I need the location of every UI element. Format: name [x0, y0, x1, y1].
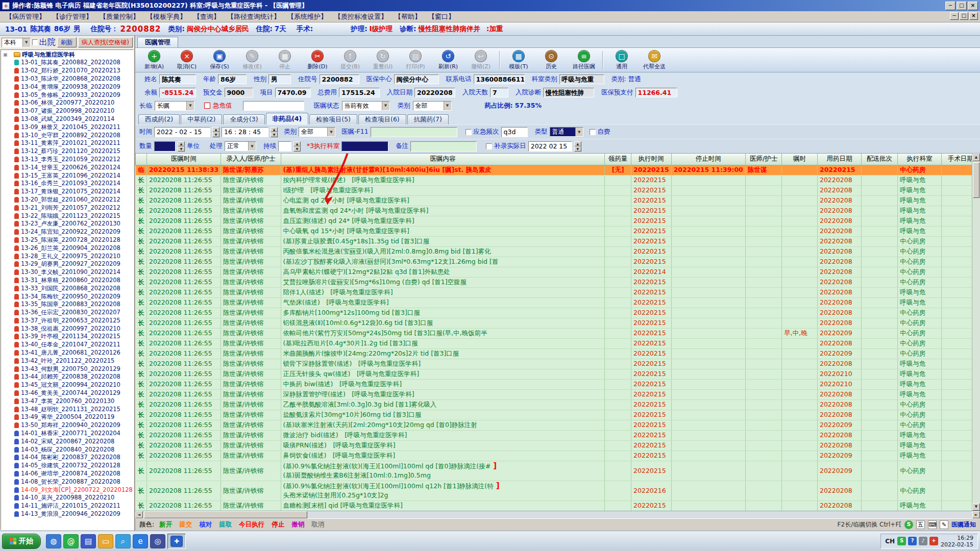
patient-list-item[interactable]: 13-31_林章精_2200860_20220208: [2, 277, 133, 285]
urgent-freq-checkbox[interactable]: [465, 129, 472, 135]
patient-list-item[interactable]: 13-40_任孝金_2201047_20220211: [2, 341, 133, 349]
order-row[interactable]: 长20220208 11:26:55陈世谋/许铁镕(基)呋塞米注射液(天药)[2…: [136, 420, 980, 430]
toolbar-button-rearrange[interactable]: ↻重整(U): [367, 50, 399, 70]
menu-item[interactable]: 【病历管理】: [2, 12, 49, 22]
orders-header-cell[interactable]: 停止时间: [671, 154, 745, 165]
patient-list-item[interactable]: 13-28_王礼义_2200975_20220210: [2, 252, 133, 260]
order-row[interactable]: 长20220208 11:26:55陈世谋/许铁镕(基)0.9%氯化钠注射液(软…: [136, 481, 980, 500]
tab-drug-category[interactable]: 中草药(2): [181, 114, 222, 124]
critical-value-checkbox[interactable]: [204, 103, 210, 109]
patient-list-item[interactable]: 13-23_卢友廉_2200762_20220130: [2, 220, 133, 228]
patient-list-item[interactable]: 14-10_吴兴_2200988_20220210: [2, 494, 133, 502]
patient-list-item[interactable]: 13-14_甘章玉_2200626_20220124: [2, 163, 133, 171]
scroll-down-icon[interactable]: ▼: [972, 503, 980, 511]
horizontal-scrollbar[interactable]: ◄ ►: [135, 511, 980, 518]
orders-header-cell[interactable]: 录入人/医师/护士: [221, 154, 281, 165]
patient-list-item[interactable]: 13-04_黄增厚_2200938_20220209: [2, 83, 133, 91]
menu-item[interactable]: 【查询】: [190, 12, 224, 22]
ime-mode-icon[interactable]: 五: [916, 520, 925, 529]
patient-list-item[interactable]: 13-43_何默男_2200750_20220129: [2, 365, 133, 373]
minimize-button[interactable]: ─: [945, 2, 955, 10]
field-input[interactable]: 13600886611: [474, 74, 525, 84]
maximize-button[interactable]: □: [960, 12, 968, 20]
patient-list-item[interactable]: 13-36_任宗宏_2200830_20220207: [2, 309, 133, 317]
menu-item[interactable]: 【帮助】: [391, 12, 425, 22]
start-button[interactable]: 开始: [2, 534, 41, 549]
app-icon-folder[interactable]: ▭: [98, 534, 113, 548]
patient-list-item[interactable]: 13-37_许祖明_2200653_20220125: [2, 317, 133, 325]
patient-list-item[interactable]: 13-50_郑寿祥_2200940_20220209: [2, 421, 133, 430]
patient-list-item[interactable]: 13-45_冠文丽_2200994_20220210: [2, 381, 133, 389]
toolbar-button-refresh[interactable]: ↺刷新(R): [432, 50, 464, 70]
field-input[interactable]: 2200882: [320, 74, 359, 84]
patient-list-item[interactable]: 13-44_邱赖芳_2200838_20220208: [2, 373, 133, 381]
orders-header-cell[interactable]: 医嘱时间: [146, 154, 220, 165]
patient-list-item[interactable]: 13-38_倪祖惠_2200997_20220210: [2, 324, 133, 333]
order-row[interactable]: 长20220208 11:26:55陈世谋/许铁镕血糖检测[末梢] qid [呼…: [136, 500, 980, 511]
patient-list-item[interactable]: 13-05_鲁修栋_2200933_20220209: [2, 91, 133, 99]
patient-list-item[interactable]: 14-03_杨琛_2200840_20220208: [2, 445, 133, 454]
patient-list-item[interactable]: 13-26_彭兰英_2200904_20220208: [2, 244, 133, 252]
field-input[interactable]: 17515.24: [339, 88, 380, 97]
order-row[interactable]: 长20220208 11:26:55陈世谋/许铁镕心电监测 qd 24*小时 […: [136, 195, 980, 206]
filter-blank-field[interactable]: [243, 101, 304, 111]
field-input[interactable]: 男: [268, 74, 291, 84]
menu-item[interactable]: 【系统维护】: [284, 12, 331, 22]
orders-header-cell[interactable]: 医嘱内容: [281, 154, 605, 165]
order-row[interactable]: 长20220208 11:26:55陈世谋/许铁镕米曲菌胰酶片(慷彼申)[24m…: [136, 348, 980, 359]
patient-list-item[interactable]: 14-02_宋斌_2200867_20220208: [2, 437, 133, 445]
exec-dept-input[interactable]: [341, 141, 388, 152]
scrollbar-thumb[interactable]: [144, 511, 307, 518]
ime-keyboard-icon[interactable]: ⌨: [928, 520, 937, 529]
toolbar-button-print[interactable]: ▤打印(P): [400, 50, 431, 70]
toolbar-button-edit[interactable]: ✎修改(E): [236, 50, 268, 70]
app-icon-compass[interactable]: ◎: [150, 534, 165, 548]
active-window-button[interactable]: ✚: [167, 534, 186, 549]
order-row[interactable]: 长20220208 11:26:55陈世谋/许铁镕乙酰半胱氨酸溶液[3ml:0.…: [136, 399, 980, 410]
order-row[interactable]: 长20220208 11:26:55陈世谋/许铁镕(基)吡拉西坦片[0.4g*3…: [136, 338, 980, 348]
tab-drug-category[interactable]: 全成分(3): [223, 114, 264, 124]
order-row[interactable]: 长20220208 11:26:55陈世谋/许铁镕高乌甲素帖片(蝶硬宁)[12m…: [136, 267, 980, 277]
field-input[interactable]: 闽侯分中心: [394, 74, 439, 84]
patient-list-item[interactable]: 13-41_唐儿菁_2200681_20220126: [2, 349, 133, 357]
order-notify-link[interactable]: 医嘱通知: [951, 520, 976, 529]
app-icon-ie-browser[interactable]: e: [133, 534, 148, 548]
urgent-freq-input[interactable]: q3d: [501, 127, 528, 137]
orders-header-cell[interactable]: 用药日期: [817, 154, 861, 165]
menu-item[interactable]: 【窗口】: [425, 12, 458, 22]
patient-list-item[interactable]: 13-46_黄美美_2200744_20220129: [2, 389, 133, 397]
order-row[interactable]: 长20220208 11:26:55陈世谋/许铁镕血氧饱和度监测 qd 24*小…: [136, 206, 980, 216]
toolbar-button-template[interactable]: ▦模版(T): [503, 50, 534, 70]
scrollbar-thumb[interactable]: [973, 162, 979, 198]
patient-list-item[interactable]: 13-22_陈瑞娥_2201123_20220215: [2, 212, 133, 220]
duration-stepper[interactable]: ▲▼: [293, 141, 301, 152]
patient-list-item[interactable]: 13-34_陈梅软_2200950_20220209: [2, 292, 133, 300]
duration-input[interactable]: [278, 141, 291, 152]
patient-list-item[interactable]: 13-42_叶玲_2201122_20220215: [2, 357, 133, 365]
app-icon-blue-globe[interactable]: ◍: [46, 534, 61, 548]
patient-list-item[interactable]: 13-13_李秀玉_2201059_20220212: [2, 156, 133, 164]
field-input[interactable]: -8515.24: [159, 88, 196, 97]
tab-drug-category[interactable]: 非药品(4): [266, 113, 309, 124]
patient-list-item[interactable]: 14-06_谢培华_2200874_20220208: [2, 470, 133, 478]
patient-list-item[interactable]: 13-11_黄素萍_2201021_20220211: [2, 139, 133, 147]
order-f11-input[interactable]: [371, 127, 457, 137]
patient-list-item[interactable]: 13-48_赵明软_2201131_20220215: [2, 405, 133, 413]
patient-list-item[interactable]: 13-07_诸振_2200998_20220210: [2, 107, 133, 115]
patient-list-item[interactable]: 14-11_施评洁_2201015_20220211: [2, 502, 133, 510]
order-row[interactable]: 长20220208 11:26:55陈世谋/许铁镕铝镁混悬液(Ⅱ)[10ml:0…: [136, 318, 980, 328]
patient-list-item[interactable]: 14-08_贺长荣_2200887_20220208: [2, 478, 133, 486]
discharge-checkbox[interactable]: [32, 39, 38, 45]
field-input[interactable]: 慢性阻塞性肺: [543, 88, 594, 97]
orders-header-cell[interactable]: [136, 154, 147, 165]
refresh-patients-button[interactable]: 刷新: [57, 37, 77, 47]
order-row[interactable]: 长20220208 11:26:55陈世谋/许铁镕盐酸氨溴索片[30mg*10片…: [136, 410, 980, 420]
field-input[interactable]: 呼吸与危重: [559, 74, 604, 84]
order-row[interactable]: 长20220208 11:26:55陈世谋/许铁镕陪伴1人(描述) [呼吸与危重…: [136, 287, 980, 297]
patient-list-item[interactable]: 13-03_陈泳华_2200868_20220208: [2, 75, 133, 83]
volume-icon[interactable]: ♪: [919, 537, 927, 545]
patient-list-item[interactable]: 14-09_刘文海[CP]_2200722_20220128: [2, 486, 133, 494]
patient-list-item[interactable]: 14-05_徐建筑_2200732_20220128: [2, 462, 133, 470]
toolbar-button-history[interactable]: ⊙历史: [535, 50, 567, 70]
order-row[interactable]: 长20220208 11:26:55陈世谋/许铁镕丙酸倍氯米松混悬液(宝丽亚)(…: [136, 246, 980, 257]
